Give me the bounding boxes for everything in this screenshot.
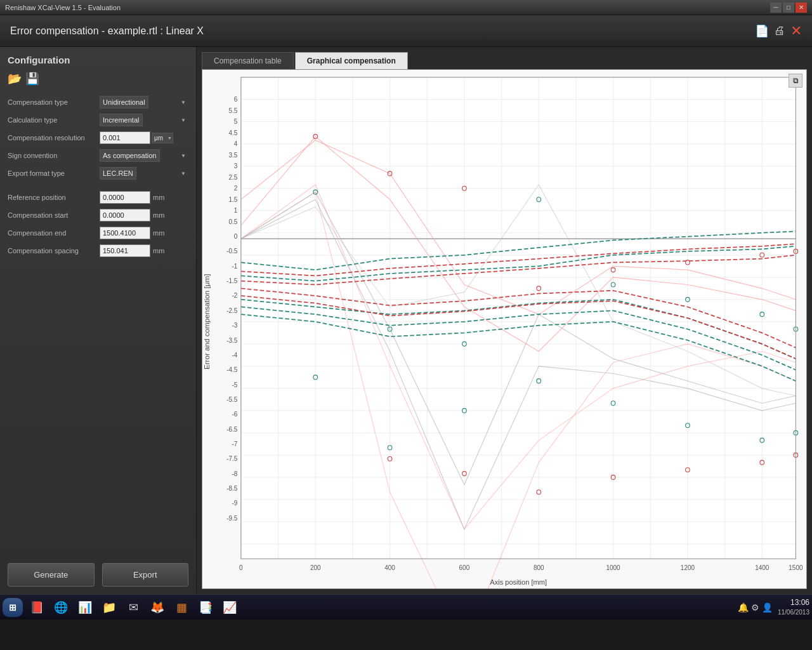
compensation-spacing-input[interactable] [100,244,150,257]
compensation-resolution-row: Compensation resolution μm [8,131,188,144]
windows-icon: ⊞ [9,602,16,613]
compensation-spacing-row: Compensation spacing mm [8,244,188,257]
svg-text:2.5: 2.5 [229,174,238,181]
compensation-type-select-wrap: Unidirectional [100,96,188,109]
chart-copy-button[interactable]: ⧉ [789,74,802,88]
svg-text:-0.5: -0.5 [226,248,237,255]
compensation-resolution-label: Compensation resolution [8,134,100,142]
compensation-start-label: Compensation start [8,211,100,219]
svg-text:3.5: 3.5 [229,151,238,158]
taskbar-app-ie[interactable]: 🌐 [49,597,72,618]
calculation-type-row: Calculation type Incremental [8,114,188,126]
svg-text:0.5: 0.5 [229,218,238,225]
export-button[interactable]: Export [102,563,189,587]
sign-convention-select[interactable]: As compensation [100,149,160,162]
title-bar: Renishaw XCal-View 1.5 - Evaluation ─ □ … [0,0,812,15]
open-file-button[interactable]: 📂 [8,72,22,86]
svg-text:3: 3 [234,162,238,169]
app-close-button[interactable]: ✕ [790,23,802,39]
compensation-resolution-input-group: μm [100,131,173,144]
compensation-end-label: Compensation end [8,229,100,237]
svg-text:-9.5: -9.5 [226,514,237,521]
print-button[interactable]: 🖨 [774,23,785,39]
svg-text:400: 400 [384,564,395,571]
svg-text:-8.5: -8.5 [226,485,237,492]
svg-text:200: 200 [310,564,321,571]
taskbar-app-acrobat[interactable]: 📕 [25,597,48,618]
compensation-type-row: Compensation type Unidirectional [8,96,188,109]
svg-text:-6.5: -6.5 [226,425,237,432]
compensation-end-input[interactable] [100,227,150,239]
minimize-button[interactable]: ─ [770,3,782,13]
taskbar-app-matlab[interactable]: ▦ [170,597,193,618]
taskbar-app-firefox[interactable]: 🦊 [146,597,169,618]
config-title: Configuration [8,55,188,65]
taskbar-app-ppt[interactable]: 📑 [194,597,217,618]
taskbar-app-mail[interactable]: ✉ [122,597,145,618]
save-file-button[interactable]: 💾 [25,72,39,86]
reference-position-input[interactable] [100,191,150,204]
svg-text:-5: -5 [232,381,237,388]
close-window-button[interactable]: ✕ [796,3,807,13]
svg-text:2: 2 [234,185,238,192]
svg-text:-3.5: -3.5 [226,336,237,343]
compensation-start-row: Compensation start mm [8,209,188,222]
maximize-button[interactable]: □ [783,3,794,13]
svg-text:-3: -3 [232,322,237,329]
reference-position-row: Reference position mm [8,191,188,204]
svg-text:800: 800 [534,564,544,571]
system-tray: 🔔 ⚙ 👤 [738,602,773,613]
generate-button[interactable]: Generate [8,563,95,587]
tabs: Compensation table Graphical compensatio… [202,52,807,69]
start-button[interactable]: ⊞ [3,598,23,617]
main-content: Configuration 📂 💾 Compensation type Unid… [0,47,812,594]
svg-text:1400: 1400 [755,564,769,571]
compensation-type-select[interactable]: Unidirectional [100,96,148,109]
svg-text:-1: -1 [232,263,237,270]
title-bar-text: Renishaw XCal-View 1.5 - Evaluation [5,4,121,11]
tray-icon-2[interactable]: ⚙ [751,602,759,613]
tray-icon-1[interactable]: 🔔 [738,602,749,613]
title-bar-controls: ─ □ ✕ [770,3,807,13]
svg-text:1000: 1000 [606,564,620,571]
export-format-select[interactable]: LEC.REN [100,167,136,180]
app-header-buttons: 📄 🖨 ✕ [755,23,802,39]
taskbar: ⊞ 📕 🌐 📊 📁 ✉ 🦊 ▦ 📑 📈 🔔 [0,594,812,620]
compensation-resolution-input[interactable] [100,131,150,144]
app-title: Error compensation - example.rtl : Linea… [10,25,204,37]
tray-icon-3[interactable]: 👤 [762,602,773,613]
svg-text:-2: -2 [232,292,237,299]
tab-graphical-compensation[interactable]: Graphical compensation [295,52,408,69]
compensation-spacing-label: Compensation spacing [8,247,100,255]
svg-text:5: 5 [234,118,238,125]
taskbar-app-graph[interactable]: 📈 [218,597,241,618]
chart-container: ⧉ [202,69,807,589]
svg-text:6: 6 [234,96,238,103]
taskbar-app-explorer[interactable]: 📁 [98,597,121,618]
svg-rect-0 [241,77,796,559]
tab-compensation-table[interactable]: Compensation table [202,52,294,69]
svg-text:1.5: 1.5 [229,196,238,203]
pdf-button[interactable]: 📄 [755,23,769,39]
clock-date: 11/06/2013 [778,608,809,616]
svg-text:1200: 1200 [681,564,695,571]
calculation-type-select-wrap: Incremental [100,114,188,126]
svg-text:-8: -8 [232,470,237,477]
svg-text:0: 0 [234,233,238,240]
resolution-unit-select[interactable]: μm [152,133,173,143]
svg-text:1: 1 [234,207,238,214]
taskbar-app-excel[interactable]: 📊 [74,597,96,618]
svg-text:4.5: 4.5 [229,129,238,136]
svg-text:-2.5: -2.5 [226,307,237,314]
svg-text:600: 600 [459,564,470,571]
compensation-start-input[interactable] [100,209,150,222]
config-icons: 📂 💾 [8,72,188,86]
reference-position-label: Reference position [8,194,100,201]
app-header: Error compensation - example.rtl : Linea… [0,15,812,47]
taskbar-right: 🔔 ⚙ 👤 13:06 11/06/2013 [738,598,809,616]
svg-text:Error and compensation [μm]: Error and compensation [μm] [203,274,211,370]
calculation-type-select[interactable]: Incremental [100,114,143,126]
right-panel: Compensation table Graphical compensatio… [197,47,812,594]
svg-text:-6: -6 [232,411,237,418]
clock-time: 13:06 [778,598,809,608]
